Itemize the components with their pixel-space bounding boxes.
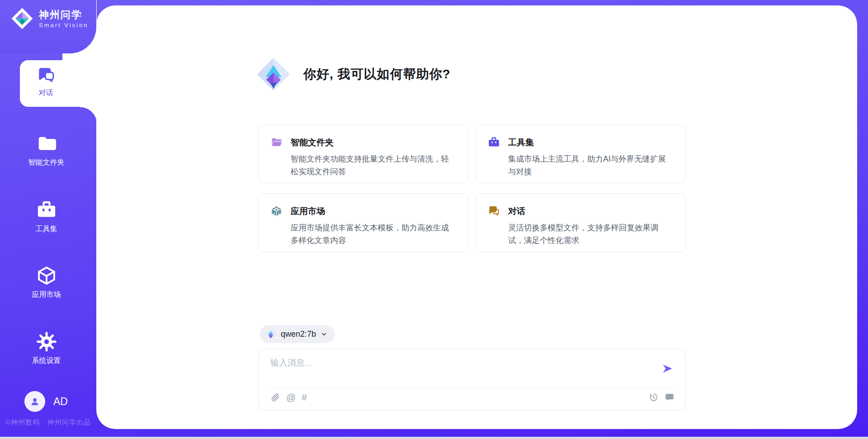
sidebar-item-toolset[interactable]: 工具集: [0, 200, 93, 234]
message-input[interactable]: [270, 357, 650, 382]
copyright-text: ©神州数码 · 神州问学出品: [0, 418, 96, 427]
chevron-down-icon: [321, 331, 327, 338]
greeting-title: 你好, 我可以如何帮助你?: [303, 66, 451, 83]
card-title: 工具集: [508, 137, 534, 148]
person-icon: [29, 396, 41, 407]
main-panel: 你好, 我可以如何帮助你? 智能文件夹 智能文件夹功能支持批量文件上传与清洗，轻…: [96, 5, 857, 429]
card-title: 对话: [508, 205, 525, 217]
card-description: 集成市场上主流工具，助力AI与外界无缝扩展与对接: [508, 153, 674, 178]
card-app-market[interactable]: 应用市场 应用市场提供丰富长文本模板，助力高效生成多样化文章内容: [258, 193, 468, 252]
chat-icon: [37, 66, 56, 85]
grid-cube-icon: [270, 205, 283, 217]
folder-icon: [36, 133, 57, 154]
brand-subtitle: Smart Vision: [39, 22, 88, 29]
model-label: qwen2:7b: [281, 329, 316, 339]
card-description: 灵活切换多模型文件，支持多样回复效果调试，满足个性化需求: [508, 221, 674, 247]
brand-title: 神州问学: [39, 9, 88, 21]
at-icon[interactable]: @: [286, 392, 296, 402]
open-folder-icon: [270, 136, 283, 148]
bubble-icon[interactable]: [665, 392, 675, 402]
hash-icon[interactable]: #: [302, 392, 307, 402]
card-toolset[interactable]: 工具集 集成市场上主流工具，助力AI与外界无缝扩展与对接: [476, 124, 686, 183]
send-icon[interactable]: [661, 363, 674, 375]
bottom-edge: [0, 437, 868, 439]
sidebar-item-chat-active[interactable]: 对话: [20, 60, 96, 107]
history-icon[interactable]: [649, 392, 659, 402]
briefcase-icon: [488, 136, 500, 148]
composer-divider: [268, 387, 676, 387]
chat-icon: [488, 205, 500, 217]
card-chat[interactable]: 对话 灵活切换多模型文件，支持多样回复效果调试，满足个性化需求: [476, 193, 686, 252]
message-composer: @ #: [258, 348, 686, 410]
sidebar-item-label: 智能文件夹: [0, 158, 93, 167]
card-smart-folder[interactable]: 智能文件夹 智能文件夹功能支持批量文件上传与清洗，轻松实现文件问答: [258, 124, 468, 183]
greeting-row: 你好, 我可以如何帮助你?: [255, 56, 451, 92]
gear-icon: [36, 331, 57, 352]
feature-cards: 智能文件夹 智能文件夹功能支持批量文件上传与清洗，轻松实现文件问答 工具集 集成…: [258, 124, 686, 252]
sidebar-item-smart-folder[interactable]: 智能文件夹: [0, 133, 93, 167]
user-name: AD: [53, 396, 68, 408]
model-selector[interactable]: qwen2:7b: [260, 325, 335, 343]
sidebar-item-label: 对话: [20, 88, 72, 98]
briefcase-icon: [36, 200, 57, 220]
cube-icon: [36, 265, 57, 286]
tab-curve: [80, 107, 97, 124]
sidebar-item-app-market[interactable]: 应用市场: [0, 265, 93, 300]
model-logo: [265, 329, 276, 339]
user-profile[interactable]: AD: [24, 391, 68, 412]
sidebar-item-label: 工具集: [0, 224, 93, 234]
card-title: 应用市场: [291, 205, 325, 217]
sidebar-item-label: 系统设置: [0, 356, 93, 366]
brand-logo: [11, 7, 33, 30]
sidebar-item-settings[interactable]: 系统设置: [0, 331, 93, 366]
card-description: 应用市场提供丰富长文本模板，助力高效生成多样化文章内容: [291, 221, 456, 247]
card-description: 智能文件夹功能支持批量文件上传与清洗，轻松实现文件问答: [291, 153, 456, 178]
card-title: 智能文件夹: [291, 137, 334, 148]
assistant-logo: [255, 56, 292, 92]
avatar: [24, 391, 45, 412]
sidebar-item-label: 应用市场: [0, 290, 93, 300]
paperclip-icon[interactable]: [270, 392, 280, 402]
brand-header: 神州问学 Smart Vision: [0, 0, 96, 53]
